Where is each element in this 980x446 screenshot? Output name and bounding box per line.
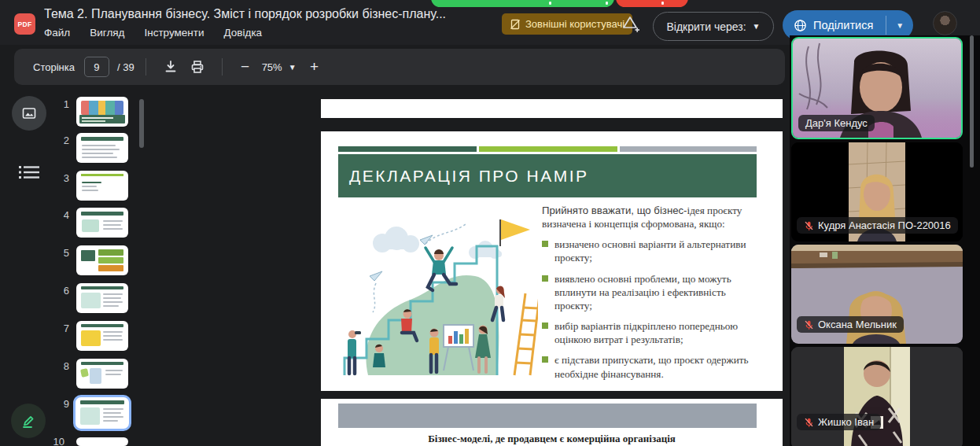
bullet-square-icon — [542, 323, 548, 329]
thumb-page-number: 1 — [53, 98, 69, 110]
participant-name-tag: Дар'я Кендус — [798, 115, 875, 131]
page-8-bottom — [321, 99, 783, 118]
bullet-text: визначено основні варіанти й альтернатив… — [554, 238, 761, 264]
pdf-file-icon: PDF — [14, 13, 35, 35]
thumbnail-scrollbar[interactable] — [139, 99, 144, 148]
menu-help[interactable]: Довідка — [224, 27, 263, 39]
thumb-page-number: 8 — [53, 360, 69, 372]
participant-name-tag: Кудря Анастасія ПО-220016 — [797, 217, 958, 234]
thumbnail-page-4[interactable] — [76, 208, 128, 238]
thumb-page-number: 10 — [49, 436, 64, 446]
sidebar-scrollbar[interactable] — [970, 35, 974, 168]
menu-tools[interactable]: Інструменти — [144, 27, 204, 39]
thumbnail-page-8[interactable] — [76, 359, 128, 389]
menu-view[interactable]: Вигляд — [90, 27, 124, 39]
thumbnail-page-1[interactable] — [76, 97, 128, 127]
thumbnail-page-6[interactable] — [76, 283, 128, 313]
bullet-square-icon — [542, 275, 548, 282]
download-icon — [163, 59, 179, 75]
thumb-page-number: 7 — [53, 323, 69, 334]
bullet-text: виявлено основні проблеми, що можуть впл… — [554, 272, 761, 312]
thumbnail-art — [78, 172, 127, 199]
participant-tile[interactable]: Кудря Анастасія ПО-220016 — [791, 142, 963, 241]
participant-name: Жишко Іван — [818, 416, 874, 428]
thumbnail-art — [78, 360, 127, 387]
page-total: / 39 — [117, 61, 134, 73]
thumb-page-number: 6 — [53, 285, 69, 297]
participant-tile-active[interactable]: Дар'я Кендус — [791, 37, 963, 139]
toolbar-divider — [222, 58, 223, 76]
share-label: Поділитися — [813, 19, 873, 31]
thumbnail-art — [78, 209, 127, 236]
account-avatar[interactable] — [933, 11, 957, 35]
slide-body-text: Прийнято вважати, що бізнес-ідея проєкту… — [542, 204, 761, 381]
viewer-toolbar: Сторінка / 39 − 75% ▼ — [14, 49, 785, 85]
stop-presenting-pill-red[interactable] — [616, 0, 688, 7]
bullet-text: вибір варіантів підкріплено попередньою … — [554, 319, 761, 346]
zoom-in-button[interactable]: + — [303, 58, 326, 76]
add-shortcut-icon[interactable] — [620, 13, 640, 34]
thumbnail-art — [77, 399, 127, 427]
document-title: Тема 2. Планування бізнесу. Зміст і поря… — [44, 7, 492, 21]
page-9: ДЕКЛАРАЦІЯ ПРО НАМІР — [321, 131, 783, 391]
screen: PDF Тема 2. Планування бізнесу. Зміст і … — [0, 0, 980, 446]
intro-lead: Прийнято вважати, що бізнес- — [542, 205, 687, 216]
thumbnail-art — [78, 135, 127, 161]
thumbnail-art — [78, 98, 127, 125]
print-button[interactable] — [184, 53, 211, 80]
annotate-button[interactable] — [11, 404, 46, 438]
participant-tile[interactable]: Жишко Іван — [791, 347, 963, 446]
thumbnail-view-button[interactable] — [12, 96, 46, 131]
slide-bullets: визначено основні варіанти й альтернатив… — [542, 238, 761, 380]
zoom-out-button[interactable]: − — [234, 58, 257, 76]
outline-view-button[interactable] — [12, 155, 46, 190]
participant-name: Оксана Мельник — [818, 319, 897, 330]
menu-bar: Файл Вигляд Інструменти Довідка — [44, 27, 262, 39]
globe-icon — [794, 19, 807, 32]
thumbnail-page-9-selected[interactable] — [73, 395, 131, 431]
bullet-item: виявлено основні проблеми, що можуть впл… — [542, 272, 761, 312]
thumbnail-page-7[interactable] — [76, 321, 128, 351]
pill-glyph — [606, 2, 608, 5]
open-with-dropdown[interactable]: Відкрити через: ▼ — [653, 12, 774, 41]
thumbnail-art — [78, 247, 127, 274]
pdf-viewer: Сторінка / 39 − 75% ▼ — [0, 45, 790, 446]
participant-tile[interactable]: Оксана Мельник — [791, 245, 963, 344]
next-slide-caption: Бізнес-моделі, де продавцем є комерційна… — [321, 433, 783, 445]
thumbnail-art — [78, 323, 127, 349]
slide-title: ДЕКЛАРАЦІЯ ПРО НАМІР — [338, 167, 589, 186]
zoom-level: 75% — [262, 61, 282, 73]
bullet-item: є підстави припускати, що проєкт одержит… — [542, 353, 761, 380]
mic-off-icon — [804, 417, 814, 428]
thumbnail-art — [78, 285, 127, 311]
next-slide-header-bar — [338, 404, 757, 428]
mic-off-icon — [804, 220, 814, 231]
bullet-square-icon — [542, 241, 548, 247]
external-users-label: Зовнішні користувачі — [525, 18, 624, 30]
header-bar-dark — [338, 146, 477, 152]
meet-participants-sidebar: Дар'я Кендус — [790, 35, 980, 446]
slide-title-box: ДЕКЛАРАЦІЯ ПРО НАМІР — [338, 154, 757, 197]
download-button[interactable] — [157, 53, 184, 80]
printer-icon — [190, 59, 205, 75]
pill-glyph — [661, 2, 664, 5]
menu-file[interactable]: Файл — [44, 27, 70, 39]
thumb-page-number: 5 — [53, 247, 69, 259]
participant-name: Дар'я Кендус — [805, 117, 868, 129]
thumbnail-page-5[interactable] — [76, 245, 128, 275]
pencil-icon — [20, 412, 37, 429]
slide-intro: Прийнято вважати, що бізнес-ідея проєкту… — [542, 204, 761, 230]
external-users-badge: Зовнішні користувачі — [502, 13, 632, 35]
page-number-input[interactable] — [84, 57, 109, 77]
thumbnail-page-10[interactable] — [76, 437, 128, 446]
thumbnail-page-3[interactable] — [76, 171, 128, 201]
bullet-item: вибір варіантів підкріплено попередньою … — [542, 319, 761, 346]
page-label: Сторінка — [33, 61, 75, 73]
slashed-doc-icon — [510, 19, 521, 30]
thumbnail-page-2[interactable] — [76, 133, 128, 163]
zoom-dropdown-icon[interactable]: ▼ — [289, 63, 297, 72]
header-bar-light — [479, 146, 617, 152]
list-icon — [19, 164, 39, 180]
presenting-pill-green[interactable] — [431, 0, 614, 7]
thumb-page-number: 2 — [53, 135, 69, 146]
